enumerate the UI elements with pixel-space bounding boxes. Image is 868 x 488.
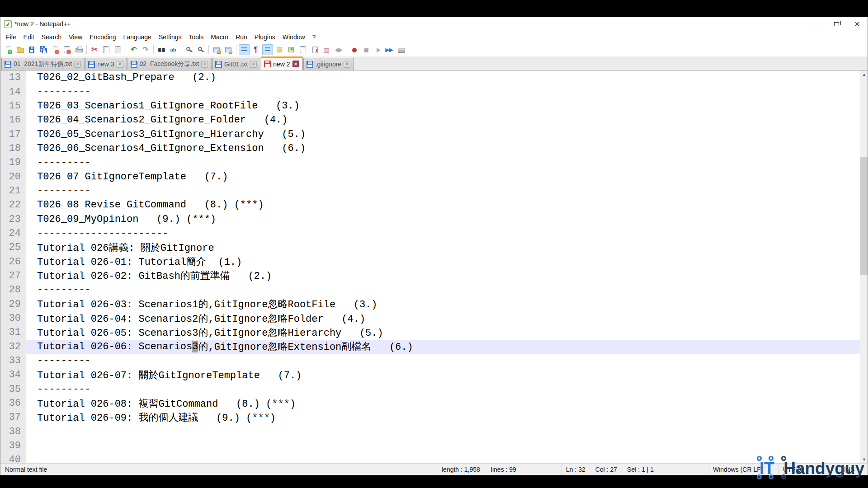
- folder-as-workspace-icon[interactable]: [321, 44, 332, 55]
- tab-01-2021-txt[interactable]: 01_2021新年特價.txt×: [1, 58, 85, 70]
- tab-close-icon[interactable]: ×: [117, 61, 123, 68]
- save-all-icon[interactable]: [38, 44, 49, 55]
- editor-line[interactable]: 21---------: [0, 184, 860, 198]
- minimize-button[interactable]: —: [805, 17, 826, 31]
- editor-line[interactable]: 23T026_09_MyOpinion (9.) (***): [0, 212, 860, 226]
- editor-line[interactable]: 25Tutorial 026講義: 關於GitIgnore: [0, 240, 860, 254]
- scroll-up-icon[interactable]: ▲: [860, 70, 868, 78]
- indent-guide-icon[interactable]: [262, 44, 273, 55]
- editor-line[interactable]: 27Tutorial 026-02: GitBash的前置準備 (2.): [0, 269, 860, 283]
- document-map-icon[interactable]: [286, 44, 297, 55]
- vertical-scrollbar[interactable]: ▲ ▼: [860, 70, 868, 463]
- editor-line[interactable]: 18T026_06_Scenarios4_GitIgnore_Extension…: [0, 141, 860, 155]
- tab-close-icon[interactable]: ×: [292, 61, 299, 67]
- copy-icon[interactable]: [101, 44, 112, 55]
- editor-line[interactable]: 19---------: [0, 155, 860, 169]
- menu-item-language[interactable]: Language: [120, 32, 155, 42]
- sync-horizontal-icon[interactable]: [223, 44, 234, 55]
- editor-line[interactable]: 30Tutorial 026-04: Scenarios2的,GitIgnore…: [0, 311, 860, 325]
- document-switcher-icon[interactable]: [297, 44, 308, 55]
- menu-item-window[interactable]: Window: [279, 32, 309, 42]
- tab-new-2[interactable]: new 2×: [261, 56, 302, 70]
- status-selection: Sel : 1 | 1: [627, 466, 654, 473]
- show-all-characters-icon[interactable]: ¶: [250, 44, 261, 55]
- editor-line[interactable]: 36Tutorial 026-08: 複習GitCommand (8.) (**…: [0, 396, 860, 410]
- line-number: 31: [0, 325, 26, 339]
- line-text: Tutorial 026-03: Scenarios1的,GitIgnore忽略…: [26, 297, 860, 311]
- undo-icon[interactable]: ↶: [128, 44, 139, 55]
- editor-line[interactable]: 37Tutorial 026-09: 我的個人建議 (9.) (***): [0, 410, 860, 424]
- word-wrap-icon[interactable]: [239, 44, 250, 55]
- editor-line[interactable]: 17T026_05_Scenarios3_GitIgnore_Hierarchy…: [0, 127, 860, 141]
- tab-git01-txt[interactable]: Git01.txt×: [212, 58, 260, 70]
- close-all-icon[interactable]: −: [61, 44, 72, 55]
- tab-close-icon[interactable]: ×: [201, 61, 208, 68]
- editor-line[interactable]: 20T026_07_GitIgnoreTemplate (7.): [0, 169, 860, 183]
- menu-item-view[interactable]: View: [65, 32, 86, 42]
- line-text: Tutorial 026-01: Tutorial簡介 (1.): [26, 254, 860, 268]
- print-icon[interactable]: [73, 44, 84, 55]
- menu-item-search[interactable]: Search: [38, 32, 65, 42]
- menu-item-tools[interactable]: Tools: [185, 32, 208, 42]
- close-button[interactable]: ×: [847, 17, 868, 31]
- tab-close-icon[interactable]: ×: [74, 61, 81, 68]
- editor-line[interactable]: 40: [0, 453, 860, 463]
- zoom-in-icon[interactable]: +: [184, 44, 194, 55]
- status-length: length : 1,958: [442, 466, 480, 473]
- editor-line[interactable]: 39: [0, 439, 860, 453]
- menu-item-run[interactable]: Run: [232, 32, 251, 42]
- status-eol-format[interactable]: Windows (CR LF): [708, 464, 778, 475]
- notepadpp-window: *new 2 - Notepad++ — × FileEditSearchVie…: [0, 17, 868, 475]
- editor-line[interactable]: 16T026_04_Scenarios2_GitIgnore_Folder (4…: [0, 113, 860, 127]
- editor-current-line[interactable]: 32Tutorial 026-06: Scenarios3的,GitIgnore…: [0, 340, 860, 354]
- menu-item-macro[interactable]: Macro: [207, 32, 232, 42]
- tab-02-facebook-txt[interactable]: 02_Facebook分享.txt×: [127, 58, 212, 70]
- editor-line[interactable]: 14---------: [0, 84, 860, 99]
- tab-close-icon[interactable]: ×: [250, 61, 257, 68]
- editor-line[interactable]: 35---------: [0, 382, 860, 396]
- tab-gitignore[interactable]: .gitignore×: [303, 58, 354, 70]
- open-file-icon[interactable]: [14, 44, 25, 55]
- editor-line[interactable]: 24----------------------: [0, 226, 860, 240]
- editor-line[interactable]: 29Tutorial 026-03: Scenarios1的,GitIgnore…: [0, 297, 860, 311]
- function-list-icon[interactable]: [274, 44, 285, 55]
- editor-line[interactable]: 38: [0, 425, 860, 439]
- macro-record-icon[interactable]: [349, 44, 359, 55]
- scrollbar-thumb[interactable]: [860, 157, 868, 275]
- title-bar: *new 2 - Notepad++ — ×: [0, 17, 868, 31]
- editor-line[interactable]: 26Tutorial 026-01: Tutorial簡介 (1.): [0, 254, 860, 268]
- find-icon[interactable]: [156, 44, 167, 55]
- monitoring-icon[interactable]: ƒ: [309, 44, 320, 55]
- editor-line[interactable]: 34Tutorial 026-07: 關於GitIgnoreTemplate (…: [0, 368, 860, 382]
- text-editor[interactable]: 13T026_02_GitBash_Prepare (2.)14--------…: [0, 70, 860, 463]
- line-number: 19: [0, 155, 26, 169]
- new-file-icon[interactable]: +: [3, 44, 14, 55]
- zoom-out-icon[interactable]: −: [195, 44, 206, 55]
- menu-item-encoding[interactable]: Encoding: [86, 32, 119, 42]
- close-icon[interactable]: −: [50, 44, 61, 55]
- tab-new-3[interactable]: new 3×: [85, 58, 127, 70]
- replace-icon[interactable]: ab: [168, 44, 179, 55]
- macro-run-multiple-icon[interactable]: ▶▶: [384, 44, 395, 55]
- editor-line[interactable]: 33---------: [0, 354, 860, 368]
- editor-line[interactable]: 31Tutorial 026-05: Scenarios3的,GitIgnore…: [0, 325, 860, 339]
- status-insert-mode[interactable]: INS: [839, 464, 868, 475]
- sync-vertical-icon[interactable]: [211, 44, 222, 55]
- scroll-down-icon[interactable]: ▼: [860, 455, 868, 463]
- line-number: 30: [0, 311, 26, 325]
- editor-line[interactable]: 22T026_08_Revise_GitCommand (8.) (***): [0, 198, 860, 212]
- editor-line[interactable]: 13T026_02_GitBash_Prepare (2.): [0, 70, 860, 84]
- editor-line[interactable]: 28---------: [0, 283, 860, 297]
- tab-close-icon[interactable]: ×: [344, 61, 350, 68]
- editor-line[interactable]: 15T026_03_Scenarios1_GitIgnore_RootFile …: [0, 99, 860, 113]
- menu-item-?[interactable]: ?: [309, 32, 320, 42]
- restore-button[interactable]: [826, 17, 847, 31]
- menu-item-plugins[interactable]: Plugins: [251, 32, 279, 42]
- menu-item-settings[interactable]: Settings: [155, 32, 185, 42]
- line-text: Tutorial 026-07: 關於GitIgnoreTemplate (7.…: [26, 368, 860, 382]
- menu-item-file[interactable]: File: [2, 32, 20, 42]
- menu-item-edit[interactable]: Edit: [20, 32, 38, 42]
- status-encoding[interactable]: UTF-8: [778, 464, 839, 475]
- save-icon[interactable]: [26, 44, 37, 55]
- cut-icon[interactable]: ✂: [89, 44, 100, 55]
